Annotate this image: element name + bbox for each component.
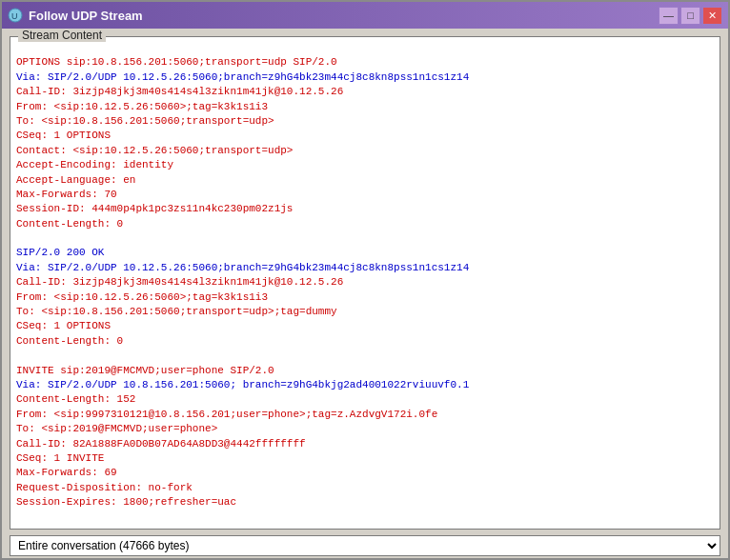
window-close-button[interactable]: ✕ [702, 7, 722, 25]
stream-via-1: Via: SIP/2.0/UDP 10.12.5.26:5060;branch=… [16, 71, 469, 83]
stream-callid-1: Call-ID: 3izjp48jkj3m40s414s4l3zikn1m41j… [16, 86, 343, 230]
svg-text:U: U [11, 11, 18, 21]
window-body: Stream Content OPTIONS sip:10.8.156.201:… [2, 29, 728, 560]
stream-callid-2: Call-ID: 3izjp48jkj3m40s414s4l3zikn1m41j… [16, 276, 343, 347]
minimize-button[interactable]: — [659, 7, 679, 25]
window-controls: — □ ✕ [659, 7, 722, 25]
stream-via-2: Via: SIP/2.0/UDP 10.12.5.26:5060;branch=… [16, 262, 469, 273]
stream-invite-body: Content-Length: 152 From: <sip:999731012… [16, 393, 437, 508]
udp-stream-icon: U [8, 8, 23, 23]
stream-text-red: OPTIONS sip:10.8.156.201:5060;transport=… [16, 56, 337, 68]
restore-button[interactable]: □ [680, 7, 700, 25]
follow-udp-stream-window: U Follow UDP Stream — □ ✕ Stream Content… [0, 0, 730, 560]
conversation-dropdown-wrapper: Entire conversation (47666 bytes) [10, 535, 720, 556]
conversation-select[interactable]: Entire conversation (47666 bytes) [10, 535, 720, 556]
title-bar: U Follow UDP Stream — □ ✕ [2, 2, 728, 29]
stream-via-3: Via: SIP/2.0/UDP 10.8.156.201:5060; bran… [16, 379, 469, 390]
conversation-dropdown-row: Entire conversation (47666 bytes) [10, 535, 720, 556]
stream-content-area[interactable]: OPTIONS sip:10.8.156.201:5060;transport=… [10, 37, 720, 529]
stream-content-group: Stream Content OPTIONS sip:10.8.156.201:… [10, 36, 720, 530]
stream-sip200: SIP/2.0 200 OK [16, 247, 104, 258]
stream-invite: INVITE sip:2019@FMCMVD;user=phone SIP/2.… [16, 365, 274, 376]
window-title: Follow UDP Stream [29, 9, 653, 23]
stream-content-label: Stream Content [18, 29, 106, 42]
